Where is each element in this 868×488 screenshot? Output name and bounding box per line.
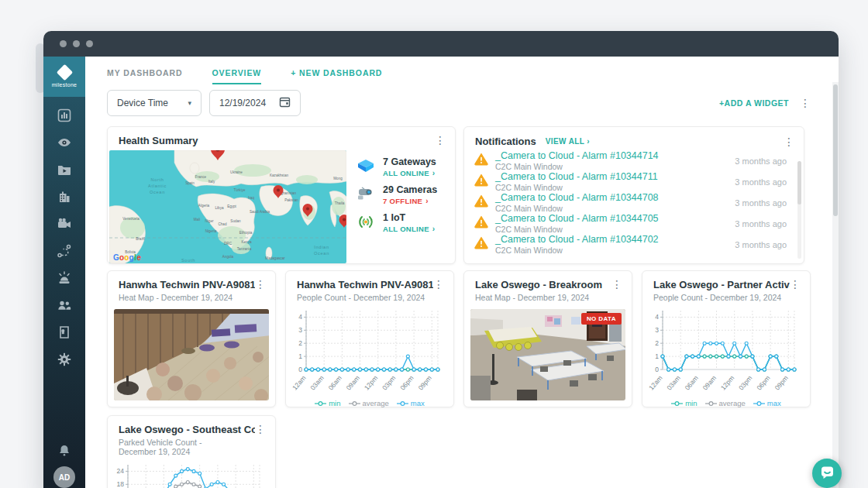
svg-text:Niger: Niger bbox=[205, 219, 214, 223]
stat-status-link[interactable]: ALL ONLINE› bbox=[383, 169, 436, 177]
svg-text:Atlantic: Atlantic bbox=[148, 184, 167, 188]
svg-text:03am: 03am bbox=[665, 374, 681, 392]
notifications-bell-icon[interactable] bbox=[56, 443, 73, 459]
svg-text:e: e bbox=[136, 253, 141, 262]
sidebar-item-automations[interactable] bbox=[56, 245, 73, 260]
notification-item[interactable]: _Camera to Cloud - Alarm #10344711C2C Ma… bbox=[464, 171, 804, 192]
window-control-icon[interactable] bbox=[86, 40, 93, 47]
widget-subtitle: People Count - December 19, 2024 bbox=[653, 293, 790, 302]
stat-status-link[interactable]: 7 OFFLINE› bbox=[383, 197, 437, 205]
widget-kebab-menu-icon[interactable]: ⋮ bbox=[433, 279, 444, 290]
notification-item[interactable]: _Camera to Cloud - Alarm #10344714C2C Ma… bbox=[464, 150, 804, 171]
sidebar-item-organization[interactable] bbox=[56, 191, 73, 206]
svg-text:Brazil: Brazil bbox=[136, 237, 145, 241]
svg-text:12pm: 12pm bbox=[719, 374, 735, 392]
stat-count: 7 Gateways bbox=[383, 156, 436, 167]
svg-text:Pakistan: Pakistan bbox=[284, 198, 298, 202]
notification-item[interactable]: _Camera to Cloud - Alarm #10344708C2C Ma… bbox=[464, 192, 804, 213]
camera-snapshot-breakroom[interactable]: NO DATA bbox=[470, 309, 625, 400]
widget-kebab-menu-icon[interactable]: ⋮ bbox=[790, 279, 801, 290]
notification-item[interactable]: _Camera to Cloud - Alarm #10344702C2C Ma… bbox=[464, 234, 804, 255]
window-control-icon[interactable] bbox=[60, 40, 67, 47]
bar-chart-icon bbox=[57, 108, 72, 126]
svg-text:1: 1 bbox=[298, 352, 302, 360]
svg-text:Madagascar: Madagascar bbox=[265, 256, 285, 260]
sidebar-item-access[interactable] bbox=[56, 326, 73, 342]
window-titlebar bbox=[43, 31, 839, 57]
svg-text:Nigeria: Nigeria bbox=[205, 229, 217, 233]
stat-status-link[interactable]: ALL ONLINE› bbox=[383, 225, 435, 233]
svg-text:Italy: Italy bbox=[208, 180, 215, 184]
notification-title[interactable]: _Camera to Cloud - Alarm #10344714 bbox=[495, 150, 659, 161]
legend-item[interactable]: min bbox=[315, 399, 340, 407]
sidebar-item-alarms[interactable] bbox=[56, 272, 73, 287]
date-input[interactable]: 12/19/2024 bbox=[209, 90, 301, 116]
svg-text:Saudi Arabia: Saudi Arabia bbox=[250, 210, 270, 214]
toolbar: Device Time ▾ 12/19/2024 +ADD A WIDGET ⋮ bbox=[107, 90, 839, 116]
add-widget-button[interactable]: +ADD A WIDGET bbox=[719, 98, 789, 108]
svg-text:Angola: Angola bbox=[222, 255, 234, 259]
legend-item[interactable]: max bbox=[397, 399, 425, 407]
svg-text:18: 18 bbox=[117, 480, 125, 488]
time-mode-select[interactable]: Device Time ▾ bbox=[107, 90, 202, 116]
notification-title[interactable]: _Camera to Cloud - Alarm #10344711 bbox=[495, 171, 658, 182]
view-all-link[interactable]: VIEW ALL › bbox=[546, 137, 590, 146]
widget-kebab-menu-icon[interactable]: ⋮ bbox=[435, 135, 446, 146]
sidebar-item-recordings[interactable] bbox=[56, 163, 73, 179]
calendar-icon[interactable] bbox=[279, 96, 291, 110]
svg-text:Venezuela: Venezuela bbox=[122, 217, 140, 221]
widget-kebab-menu-icon[interactable]: ⋮ bbox=[784, 136, 794, 147]
sidebar-item-monitoring[interactable] bbox=[56, 136, 73, 152]
tab-overview[interactable]: OVERVIEW bbox=[212, 68, 262, 84]
legend-item[interactable]: average bbox=[705, 399, 746, 407]
gateways-stat: 7 Gateways ALL ONLINE› bbox=[356, 156, 447, 177]
widget-kebab-menu-icon[interactable]: ⋮ bbox=[255, 279, 266, 290]
legend-item[interactable]: max bbox=[753, 399, 781, 407]
svg-text:Algeria: Algeria bbox=[198, 204, 210, 208]
widget-title: Hanwha Techwin PNV-A9081R - 1... bbox=[297, 279, 433, 290]
svg-text:France: France bbox=[195, 175, 207, 179]
chat-launcher-button[interactable] bbox=[812, 459, 842, 488]
notification-subtitle: C2C Main Window bbox=[495, 183, 658, 192]
sidebar-item-settings[interactable] bbox=[56, 353, 73, 369]
world-map[interactable]: NorthAtlanticOceanIndianOceanSouthFrance… bbox=[109, 150, 346, 263]
people-count-widget-partner: Lake Oswego - Partner Activation People … bbox=[642, 270, 811, 407]
sidebar-item-dashboards[interactable] bbox=[56, 109, 73, 125]
notification-subtitle: C2C Main Window bbox=[495, 162, 659, 171]
notification-subtitle: C2C Main Window bbox=[495, 225, 659, 234]
svg-text:G: G bbox=[113, 253, 119, 262]
svg-text:06am: 06am bbox=[684, 374, 700, 392]
notifications-scrollbar[interactable] bbox=[797, 161, 801, 259]
legend-item[interactable]: average bbox=[349, 399, 389, 407]
notification-item[interactable]: _Camera to Cloud - Alarm #10344705C2C Ma… bbox=[464, 213, 804, 234]
svg-text:DRC: DRC bbox=[224, 242, 232, 246]
tab-my-dashboard[interactable]: MY DASHBOARD bbox=[107, 68, 183, 84]
widget-kebab-menu-icon[interactable]: ⋮ bbox=[611, 279, 622, 290]
camera-snapshot-lounge[interactable] bbox=[114, 309, 269, 400]
iot-signal-icon bbox=[356, 213, 376, 233]
sidebar-item-users[interactable] bbox=[56, 299, 73, 314]
svg-text:o: o bbox=[119, 253, 124, 262]
window-control-icon[interactable] bbox=[73, 40, 80, 47]
notification-time: 3 months ago bbox=[735, 219, 787, 229]
svg-text:12am: 12am bbox=[647, 374, 663, 392]
svg-text:2: 2 bbox=[655, 339, 659, 347]
camera-stat-icon bbox=[356, 185, 376, 205]
svg-text:03am: 03am bbox=[308, 374, 325, 392]
widget-title: Lake Oswego - Partner Activation bbox=[653, 279, 790, 290]
notification-title[interactable]: _Camera to Cloud - Alarm #10344705 bbox=[495, 213, 659, 224]
sidebar-item-devices[interactable] bbox=[56, 218, 73, 233]
svg-text:South: South bbox=[181, 258, 195, 263]
user-avatar[interactable]: AD bbox=[53, 466, 75, 488]
gear-icon bbox=[57, 352, 72, 370]
notification-title[interactable]: _Camera to Cloud - Alarm #10344708 bbox=[495, 192, 659, 203]
tab-new-dashboard[interactable]: + NEW DASHBOARD bbox=[291, 68, 382, 84]
legend-item[interactable]: min bbox=[671, 399, 697, 407]
notification-subtitle: C2C Main Window bbox=[495, 246, 659, 255]
notification-title[interactable]: _Camera to Cloud - Alarm #10344702 bbox=[495, 234, 659, 245]
page-kebab-menu-icon[interactable]: ⋮ bbox=[800, 98, 811, 108]
page-scrollbar-thumb[interactable] bbox=[833, 84, 838, 216]
milestone-logo[interactable]: milestone bbox=[43, 57, 85, 97]
svg-text:0: 0 bbox=[655, 366, 659, 373]
widget-kebab-menu-icon[interactable]: ⋮ bbox=[255, 424, 266, 435]
